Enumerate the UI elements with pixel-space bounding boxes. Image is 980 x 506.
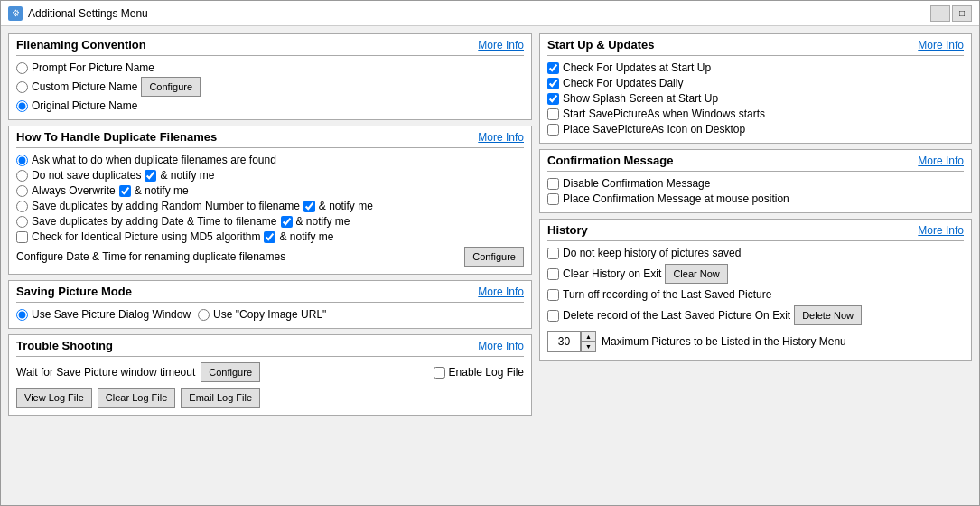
dup-overwrite-label: Always Overwrite [32,184,116,197]
original-label: Original Picture Name [32,99,137,112]
dup-random-notify-label: & notify me [319,200,373,212]
dup-overwrite-notify-checkbox[interactable] [119,185,131,197]
dup-datetime-notify-label: & notify me [296,215,350,228]
custom-radio[interactable] [16,81,28,93]
dup-md5-label: Check for Identical Picture using MD5 al… [32,230,260,243]
dup-random-notify-checkbox[interactable] [303,201,315,212]
dup-nosave-radio[interactable] [16,170,28,182]
filenaming-divider [16,55,524,56]
content-area: Filenaming Convention More Info Prompt F… [1,26,979,505]
saving-divider [16,302,524,303]
startup-updates-checkbox[interactable] [547,62,559,74]
confirmation-section: Confirmation Message More Info Disable C… [539,149,972,213]
timeout-label: Wait for Save Picture window timeout [16,366,195,379]
max-pictures-input[interactable] [548,332,581,351]
spinner-arrows: ▲ ▼ [581,332,595,351]
clear-exit-checkbox[interactable] [547,268,559,280]
dup-md5-checkbox[interactable] [16,231,28,243]
no-last-checkbox[interactable] [547,289,559,301]
startup-title: Start Up & Updates [547,38,654,52]
confirmation-title: Confirmation Message [547,154,673,167]
spinner-up-button[interactable]: ▲ [581,332,595,342]
troubleshooting-more-info[interactable]: More Info [478,340,524,352]
dup-md5-notify-checkbox[interactable] [264,231,275,243]
troubleshooting-title: Trouble Shooting [16,339,113,352]
disable-confirm-checkbox[interactable] [547,178,559,190]
confirmation-more-info[interactable]: More Info [918,155,964,167]
clear-log-button[interactable]: Clear Log File [98,388,175,408]
max-pictures-spinner[interactable]: ▲ ▼ [547,331,596,352]
saving-title: Saving Picture Mode [16,285,132,298]
saving-header: Saving Picture Mode More Info [16,285,524,298]
filenaming-section: Filenaming Convention More Info Prompt F… [8,33,532,120]
window-controls: — □ [930,5,972,22]
desktop-icon-item: Place SavePictureAs Icon on Desktop [547,123,964,136]
dup-overwrite-radio[interactable] [16,185,28,197]
datetime-configure-button[interactable]: Configure [464,247,524,267]
save-dialog-radio[interactable] [16,309,28,321]
dup-datetime-notify-checkbox[interactable] [281,216,293,228]
confirmation-header: Confirmation Message More Info [547,154,964,167]
history-more-info[interactable]: More Info [918,224,964,237]
splash-checkbox[interactable] [547,93,559,105]
history-divider [547,240,964,241]
prompt-radio[interactable] [16,62,28,74]
troubleshooting-section: Trouble Shooting More Info Wait for Save… [8,334,532,416]
daily-updates-checkbox[interactable] [547,78,559,89]
troubleshooting-divider [16,356,524,357]
save-url-item: Use "Copy Image URL" [198,308,326,321]
minimize-button[interactable]: — [930,5,950,22]
enable-log-checkbox[interactable] [434,367,445,379]
dup-nosave-notify-label: & notify me [160,169,214,182]
dup-nosave-notify-checkbox[interactable] [145,170,156,182]
startup-more-info[interactable]: More Info [918,39,964,52]
dup-ask-radio[interactable] [16,155,28,166]
no-history-checkbox[interactable] [547,248,559,259]
win-start-checkbox[interactable] [547,108,559,120]
startup-options: Check For Updates at Start Up Check For … [547,61,964,136]
startup-divider [547,55,964,56]
save-url-radio[interactable] [198,309,210,321]
dup-datetime-label: Save duplicates by adding Date & Time to… [32,215,277,228]
delete-last-checkbox[interactable] [547,310,559,322]
save-dialog-label: Use Save Picture Dialog Window [32,308,191,321]
timeout-configure-button[interactable]: Configure [201,362,260,382]
filenaming-option-original: Original Picture Name [16,99,524,112]
view-log-button[interactable]: View Log File [16,388,92,408]
spinner-down-button[interactable]: ▼ [581,342,595,351]
clear-now-button[interactable]: Clear Now [665,264,727,284]
confirmation-divider [547,171,964,172]
email-log-button[interactable]: Email Log File [181,388,260,408]
custom-configure-button[interactable]: Configure [141,77,201,97]
max-pictures-row: ▲ ▼ Maximum Pictures to be Listed in the… [547,331,964,352]
original-radio[interactable] [16,100,28,112]
startup-updates-label: Check For Updates at Start Up [563,61,711,74]
dup-datetime-radio[interactable] [16,216,28,228]
delete-now-button[interactable]: Delete Now [794,305,862,325]
mouse-pos-item: Place Confirmation Message at mouse posi… [547,192,964,205]
startup-updates-item: Check For Updates at Start Up [547,61,964,74]
dup-overwrite-item: Always Overwrite & notify me [16,184,524,197]
filenaming-more-info[interactable]: More Info [478,39,524,52]
duplicates-title: How To Handle Duplicate Filenames [16,130,217,144]
dup-md5-item: Check for Identical Picture using MD5 al… [16,230,524,243]
duplicates-more-info[interactable]: More Info [478,131,524,144]
no-history-item: Do not keep history of pictures saved [547,247,964,259]
maximize-button[interactable]: □ [952,5,972,22]
splash-label: Show Splash Screen at Start Up [563,92,718,105]
dup-ask-label: Ask what to do when duplicate filenames … [32,154,276,166]
delete-last-item: Delete record of the Last Saved Picture … [547,305,964,325]
desktop-icon-checkbox[interactable] [547,124,559,136]
mouse-pos-checkbox[interactable] [547,193,559,205]
saving-section: Saving Picture Mode More Info Use Save P… [8,280,532,329]
clear-exit-label: Clear History on Exit [563,267,661,280]
prompt-label: Prompt For Picture Name [32,61,154,74]
dup-overwrite-notify-label: & notify me [135,184,189,197]
titlebar: ⚙ Additional Settings Menu — □ [1,1,979,26]
dup-random-radio[interactable] [16,201,28,212]
save-url-label: Use "Copy Image URL" [213,308,326,321]
custom-label: Custom Picture Name [32,80,137,93]
saving-more-info[interactable]: More Info [478,286,524,298]
saving-options-row: Use Save Picture Dialog Window Use "Copy… [16,308,524,321]
win-start-item: Start SavePictureAs when Windows starts [547,108,964,120]
